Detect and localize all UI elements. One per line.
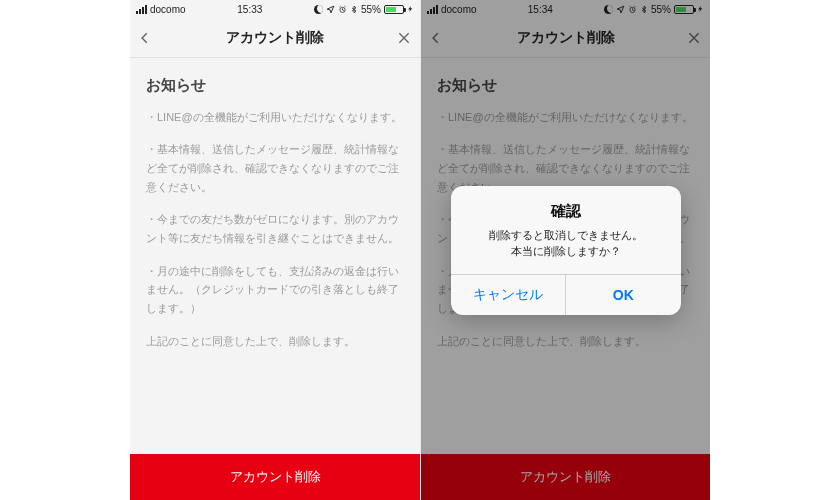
page-title: アカウント削除 [226,29,324,47]
nav-bar: アカウント削除 [130,18,420,58]
notice-content: お知らせ ・LINE@の全機能がご利用いただけなくなります。 ・基本情報、送信し… [130,58,420,454]
notice-p2: ・基本情報、送信したメッセージ履歴、統計情報など全てが削除され、確認できなくなり… [146,140,404,196]
modal-overlay: 確認 削除すると取消しできません。 本当に削除しますか？ キャンセル OK [421,0,710,500]
back-button[interactable] [138,28,152,48]
notice-p5: 上記のことに同意した上で、削除します。 [146,332,404,351]
notice-p1: ・LINE@の全機能がご利用いただけなくなります。 [146,108,404,127]
dialog-cancel-button[interactable]: キャンセル [451,275,566,315]
close-button[interactable] [396,30,412,46]
close-icon [396,30,412,46]
alarm-icon [338,5,347,14]
charging-icon [407,4,414,14]
dialog-message-line1: 削除すると取消しできません。 [489,229,643,241]
dnd-icon [314,5,323,14]
carrier-label: docomo [150,4,186,15]
notice-p3: ・今までの友だち数がゼロになります。別のアカウント等に友だち情報を引き継ぐことは… [146,210,404,247]
phone-left: docomo 15:33 55% アカウント削除 [130,0,420,500]
location-icon [326,5,335,14]
dialog-title: 確認 [465,202,667,221]
status-bar: docomo 15:33 55% [130,0,420,18]
signal-icon [136,5,147,14]
bluetooth-icon [350,5,358,14]
delete-account-button[interactable]: アカウント削除 [130,454,420,500]
dialog-ok-button[interactable]: OK [565,275,681,315]
battery-icon [384,5,404,14]
phone-right: docomo 15:34 55% アカウント削除 [420,0,710,500]
confirm-dialog: 確認 削除すると取消しできません。 本当に削除しますか？ キャンセル OK [451,186,681,315]
status-time: 15:33 [237,4,262,15]
notice-heading: お知らせ [146,72,404,98]
battery-pct: 55% [361,4,381,15]
chevron-left-icon [138,28,152,48]
notice-p4: ・月の途中に削除をしても、支払済みの返金は行いません。（クレジットカードでの引き… [146,262,404,318]
dialog-message-line2: 本当に削除しますか？ [511,245,621,257]
